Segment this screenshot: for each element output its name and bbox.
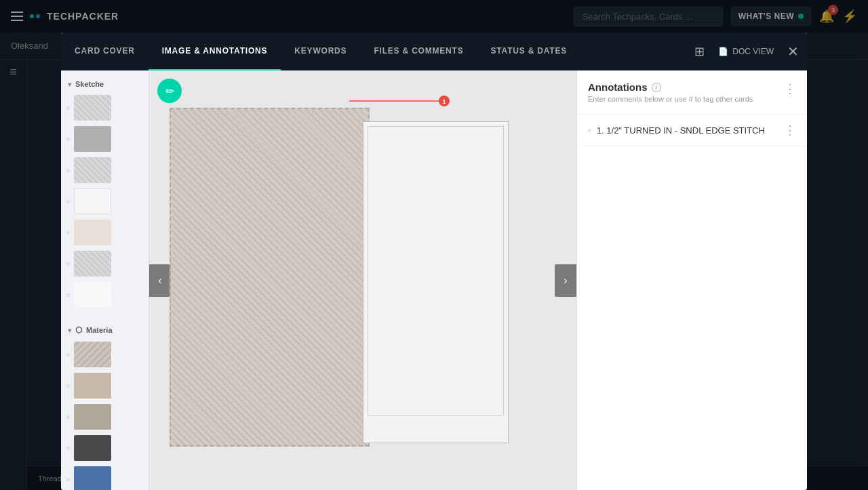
grid-view-button[interactable]: ⊞ <box>694 44 705 59</box>
annotations-title-group: Annotations i Enter comments below or us… <box>588 81 784 103</box>
sketch-thumbnail-6 <box>74 251 111 277</box>
chevron-down-icon: ▾ <box>68 81 71 88</box>
annotation-more-icon[interactable]: ⋮ <box>784 123 796 138</box>
doc-view-button[interactable]: 📄 DOC VIEW <box>710 43 782 60</box>
annotations-header: Annotations i Enter comments below or us… <box>577 70 807 115</box>
tab-image-annotations[interactable]: IMAGE & ANNOTATIONS <box>149 33 281 70</box>
material-thumbnail-4 <box>74 435 111 461</box>
info-icon[interactable]: i <box>652 83 661 92</box>
modal-body: ▾ Sketche ≡ ≡ <box>61 70 807 490</box>
annotations-panel: Annotations i Enter comments below or us… <box>576 70 807 490</box>
sketch-thumbnail-7 <box>74 282 111 308</box>
list-item[interactable]: ≡ <box>61 248 149 279</box>
drag-handle-icon: ≡ <box>66 291 70 299</box>
modal-header-actions: ⊞ 📄 DOC VIEW ✕ <box>686 43 807 60</box>
sketches-label: Sketche <box>75 80 104 88</box>
tab-files-comments[interactable]: FILES & COMMENTS <box>360 33 477 70</box>
annotations-title: Annotations i <box>588 81 784 93</box>
materials-header[interactable]: ▾ ⬡ Materia <box>61 321 149 339</box>
svg-text:1: 1 <box>442 98 446 105</box>
card-right <box>363 121 509 443</box>
sketch-thumbnail-5 <box>74 220 111 245</box>
annotation-text-1: 1. 1/2" TURNED IN - SNDL EDGE STITCH <box>597 125 778 136</box>
materials-section: ▾ ⬡ Materia ≡ ≡ <box>61 316 149 490</box>
sketch-thumbnail-1 <box>74 95 111 121</box>
tab-status-dates[interactable]: STATUS & DATES <box>477 33 581 70</box>
sketches-header[interactable]: ▾ Sketche <box>61 76 149 92</box>
annotations-subtitle: Enter comments below or use # to tag oth… <box>588 95 784 103</box>
card-right-inner <box>368 126 504 415</box>
material-thumbnail-2 <box>74 373 111 399</box>
list-item[interactable]: ≡ <box>61 92 149 123</box>
list-item[interactable]: ≡ <box>61 123 149 155</box>
list-item[interactable]: ≡ <box>61 432 149 464</box>
card-left <box>170 108 370 447</box>
list-item[interactable]: ≡ <box>61 464 149 490</box>
drag-handle-icon: ≡ <box>66 136 70 143</box>
sketch-thumbnail-2 <box>74 126 111 152</box>
modal-card-cover: CARD COVER IMAGE & ANNOTATIONS KEYWORDS … <box>61 33 807 490</box>
list-item[interactable]: ≡ <box>61 155 149 186</box>
svg-point-1 <box>439 96 450 106</box>
drag-handle-icon: ≡ <box>66 351 70 359</box>
modal-tabs: CARD COVER IMAGE & ANNOTATIONS KEYWORDS … <box>61 33 686 70</box>
drag-handle-icon: ≡ <box>66 382 70 390</box>
more-options-icon[interactable]: ⋮ <box>784 81 796 96</box>
left-sidebar: ▾ Sketche ≡ ≡ <box>61 70 149 490</box>
canvas-area: ✏ ‹ › 1 <box>149 70 576 490</box>
chevron-down-icon: ▾ <box>68 327 71 334</box>
tab-keywords[interactable]: KEYWORDS <box>281 33 360 70</box>
close-modal-button[interactable]: ✕ <box>787 43 799 60</box>
sketches-section: ▾ Sketche ≡ ≡ <box>61 70 149 316</box>
pencil-icon: ✏ <box>165 85 174 98</box>
list-item[interactable]: ≡ <box>61 401 149 432</box>
list-item[interactable]: ≡ <box>61 370 149 401</box>
annotation-item-1: ≡ 1. 1/2" TURNED IN - SNDL EDGE STITCH ⋮ <box>577 115 807 146</box>
material-thumbnail-1 <box>74 342 111 367</box>
list-item[interactable]: ≡ <box>61 339 149 370</box>
list-item[interactable]: ≡ <box>61 186 149 217</box>
drag-handle-icon: ≡ <box>66 104 70 112</box>
drag-handle-icon: ≡ <box>66 167 70 174</box>
doc-icon: 📄 <box>718 47 728 56</box>
list-item[interactable]: ≡ <box>61 217 149 248</box>
tab-card-cover[interactable]: CARD COVER <box>61 33 149 70</box>
drag-handle-icon: ≡ <box>66 413 70 421</box>
drag-handle-icon: ≡ <box>66 260 70 268</box>
sketch-thumbnail-3 <box>74 157 111 183</box>
edit-button[interactable]: ✏ <box>157 79 182 103</box>
drag-handle-icon: ≡ <box>66 476 70 483</box>
drag-handle-icon: ≡ <box>66 229 70 237</box>
drag-handle-icon: ≡ <box>66 445 70 452</box>
materials-label: Materia <box>86 326 113 334</box>
grid-icon: ⊞ <box>694 45 705 58</box>
drag-handle-icon: ≡ <box>66 198 70 205</box>
canvas-content: 1 <box>149 94 576 467</box>
sketch-thumbnail-4 <box>74 188 111 214</box>
list-item[interactable]: ≡ <box>61 279 149 310</box>
modal-header: CARD COVER IMAGE & ANNOTATIONS KEYWORDS … <box>61 33 807 70</box>
material-thumbnail-3 <box>74 404 111 430</box>
modal-overlay: CARD COVER IMAGE & ANNOTATIONS KEYWORDS … <box>0 0 868 490</box>
cube-icon: ⬡ <box>75 325 82 335</box>
material-thumbnail-5 <box>74 466 111 490</box>
drag-handle-icon: ≡ <box>588 127 591 134</box>
